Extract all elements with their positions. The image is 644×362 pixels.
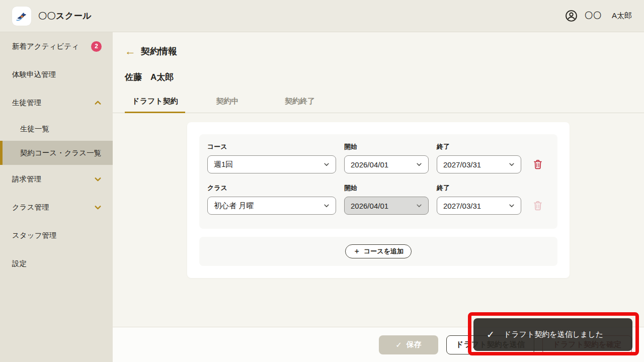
chevron-down-icon [94,204,102,211]
course-select[interactable]: 週1回 [207,155,336,173]
trash-icon [533,159,542,169]
delete-course-button[interactable] [533,159,542,169]
contract-tabs: ドラフト契約 契約中 契約終了 [113,92,644,113]
class-label: クラス [207,184,336,193]
sidebar-item-label: 新着アクティビティ [12,42,79,51]
plus-icon: ＋ [353,247,360,256]
chevron-down-icon [416,161,422,167]
student-name: 佐藤 A太郎 [125,71,632,83]
class-select-value: 初心者 月曜 [214,201,254,211]
sidebar-item-settings[interactable]: 設定 [0,249,113,278]
sidebar-item-label: 契約コース・クラス一覧 [20,148,101,158]
course-start-value: 2026/04/01 [351,160,388,169]
org-name: 〇〇 [585,11,602,21]
sidebar-item-trial-applications[interactable]: 体験申込管理 [0,60,113,88]
course-start-select[interactable]: 2026/04/01 [344,155,429,173]
class-start-value: 2026/04/01 [351,202,388,210]
check-icon: ✓ [395,340,402,349]
course-row: コース 週1回 開始 2026/04/01 [207,142,549,173]
app-header: 〇〇スクール 〇〇 A太郎 [0,0,644,32]
account-icon[interactable] [565,10,578,22]
chevron-down-icon [509,203,515,209]
save-button: ✓ 保存 [379,335,438,354]
sidebar-item-class-management[interactable]: クラス管理 [0,193,113,221]
sidebar-item-contract-course-class-list[interactable]: 契約コース・クラス一覧 [0,141,113,165]
notification-badge: 2 [91,41,102,52]
sidebar-item-new-activity[interactable]: 新着アクティビティ 2 [0,32,113,60]
sidebar-item-student-management[interactable]: 生徒管理 [0,88,113,117]
course-end-label: 終了 [437,142,521,151]
class-start-label: 開始 [344,184,429,193]
save-button-label: 保存 [407,340,422,349]
sidebar-item-student-list[interactable]: 生徒一覧 [0,117,113,141]
class-end-value: 2027/03/31 [443,202,481,210]
course-end-value: 2027/03/31 [443,160,481,169]
bird-logo-icon [15,10,28,23]
course-label: コース [207,142,336,151]
course-end-select[interactable]: 2027/03/31 [437,155,521,173]
page-title: 契約情報 [141,45,177,57]
course-start-label: 開始 [344,142,429,151]
app-window: 〇〇スクール 〇〇 A太郎 新着アクティビティ 2 体験申込管理 [0,0,644,362]
chevron-down-icon [94,175,102,183]
sidebar-item-label: 請求管理 [12,174,41,184]
sidebar: 新着アクティビティ 2 体験申込管理 生徒管理 生徒一覧 契約コース・クラス一覧… [0,32,113,362]
delete-class-button [533,201,542,211]
chevron-down-icon [416,203,422,209]
class-end-label: 終了 [437,184,521,193]
chevron-down-icon [324,203,330,209]
sidebar-item-billing-management[interactable]: 請求管理 [0,165,113,193]
class-row: クラス 初心者 月曜 開始 2026/04/01 [207,184,549,215]
sidebar-item-label: 生徒一覧 [20,124,49,134]
add-course-panel: ＋ コースを追加 [199,237,557,266]
course-form-panel: コース 週1回 開始 2026/04/01 [199,134,557,229]
work-area: コース 週1回 開始 2026/04/01 [113,113,644,327]
toast-notification: ✓ ドラフト契約を送信しました [473,318,632,351]
chevron-down-icon [324,161,330,167]
chevron-up-icon [94,99,102,107]
back-arrow-icon[interactable]: ← [125,46,136,57]
toast-message: ドラフト契約を送信しました [504,330,603,339]
check-icon: ✓ [487,329,495,340]
course-select-value: 週1回 [214,160,233,169]
tab-active-contract[interactable]: 契約中 [197,92,258,113]
tab-draft-contract[interactable]: ドラフト契約 [125,92,185,113]
trash-icon [533,201,542,211]
app-title: 〇〇スクール [38,10,92,22]
sidebar-item-label: 体験申込管理 [12,70,56,79]
sidebar-item-label: 設定 [12,259,27,268]
sidebar-item-label: 生徒管理 [12,98,41,108]
class-start-select: 2026/04/01 [344,197,429,215]
class-select[interactable]: 初心者 月曜 [207,197,336,215]
main-content: ← 契約情報 佐藤 A太郎 ドラフト契約 契約中 契約終了 コース [113,32,644,362]
chevron-down-icon [509,161,515,167]
add-course-button[interactable]: ＋ コースを追加 [345,244,412,258]
class-end-select[interactable]: 2027/03/31 [437,197,521,215]
user-name: A太郎 [612,11,632,21]
tab-ended-contract[interactable]: 契約終了 [270,92,330,113]
sidebar-item-staff-management[interactable]: スタッフ管理 [0,221,113,249]
draft-contract-card: コース 週1回 開始 2026/04/01 [187,122,570,278]
sidebar-item-label: クラス管理 [12,203,49,212]
add-course-label: コースを追加 [364,247,404,256]
sidebar-item-label: スタッフ管理 [12,231,56,240]
app-logo[interactable] [12,7,31,26]
